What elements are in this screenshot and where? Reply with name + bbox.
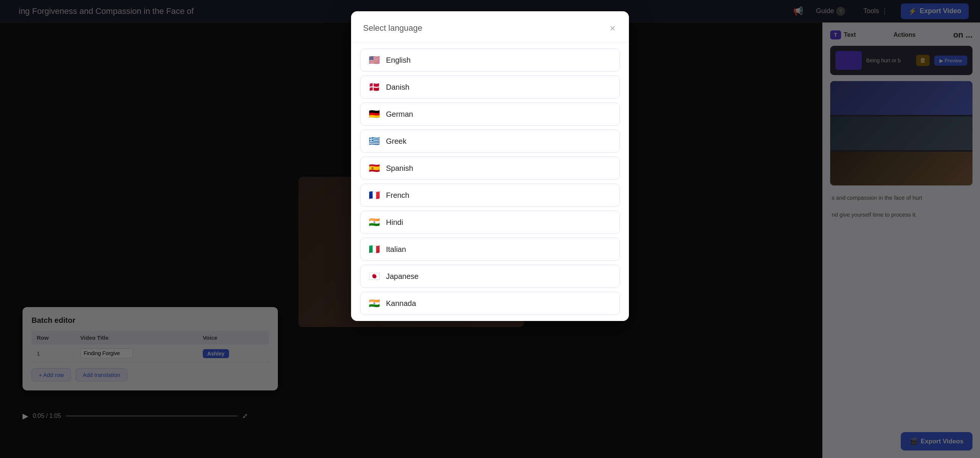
language-name: Greek [386, 137, 406, 146]
language-item[interactable]: 🇮🇳Hindi [360, 211, 620, 234]
language-item[interactable]: 🇮🇹Italian [360, 238, 620, 261]
language-item[interactable]: 🇪🇸Spanish [360, 157, 620, 180]
flag-icon: 🇮🇹 [369, 245, 380, 254]
modal-close-button[interactable]: × [608, 22, 617, 35]
language-name: Hindi [386, 218, 403, 227]
flag-icon: 🇺🇸 [369, 56, 380, 65]
language-item[interactable]: 🇺🇸English [360, 48, 620, 72]
language-item[interactable]: 🇯🇵Japanese [360, 265, 620, 288]
language-item[interactable]: 🇫🇷French [360, 184, 620, 207]
language-name: Kannada [386, 299, 416, 308]
flag-icon: 🇮🇳 [369, 218, 380, 227]
language-name: English [386, 56, 411, 65]
language-modal: Select language × 🇺🇸English🇩🇰Danish🇩🇪Ger… [351, 11, 629, 321]
modal-title: Select language [363, 23, 422, 33]
flag-icon: 🇯🇵 [369, 272, 380, 281]
flag-icon: 🇩🇪 [369, 110, 380, 119]
modal-overlay[interactable]: Select language × 🇺🇸English🇩🇰Danish🇩🇪Ger… [0, 0, 980, 458]
flag-icon: 🇩🇰 [369, 83, 380, 92]
modal-header: Select language × [351, 11, 629, 43]
flag-icon: 🇫🇷 [369, 191, 380, 200]
language-item[interactable]: 🇩🇪German [360, 102, 620, 126]
language-name: French [386, 191, 409, 200]
language-name: Danish [386, 83, 409, 92]
language-name: Italian [386, 245, 406, 254]
language-name: Japanese [386, 272, 418, 281]
language-item[interactable]: 🇩🇰Danish [360, 75, 620, 99]
language-item[interactable]: 🇬🇷Greek [360, 129, 620, 153]
language-name: Spanish [386, 164, 413, 173]
language-name: German [386, 110, 413, 119]
flag-icon: 🇪🇸 [369, 164, 380, 173]
flag-icon: 🇮🇳 [369, 299, 380, 308]
language-item[interactable]: 🇮🇳Kannada [360, 292, 620, 315]
language-list: 🇺🇸English🇩🇰Danish🇩🇪German🇬🇷Greek🇪🇸Spanis… [351, 43, 629, 321]
flag-icon: 🇬🇷 [369, 137, 380, 146]
